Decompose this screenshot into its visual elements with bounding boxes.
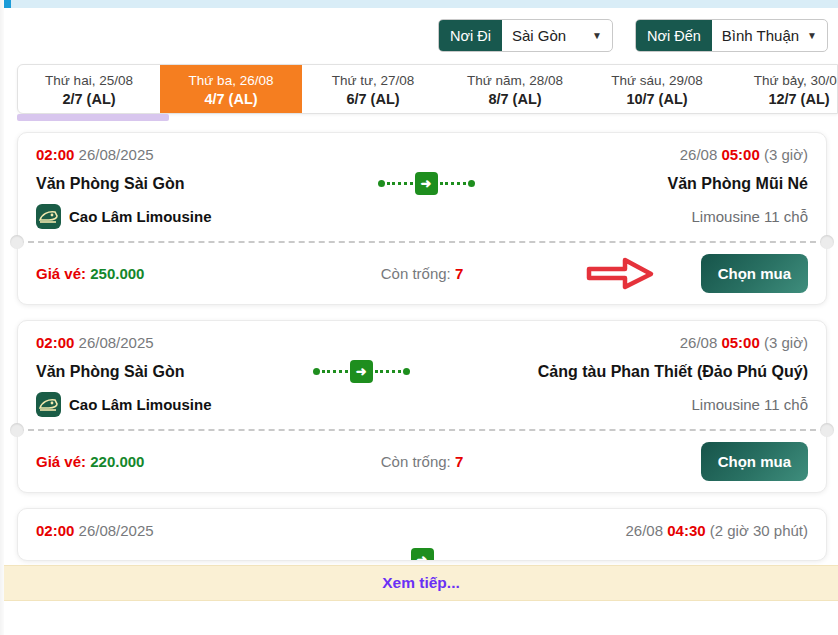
arrive-time-value: 04:30 [667,522,705,539]
origin-filter: Nơi Đi Sài Gòn ▼ [438,19,613,52]
route-arrow-icon: ➜ [378,172,475,195]
top-strip-accent [4,0,11,8]
arrive-time: 26/08 05:00 (3 giờ) [680,146,808,163]
route-dash [375,370,401,373]
tab-lunar-label: 12/7 (AL) [728,90,838,109]
route-dot-icon [403,368,410,375]
trip-locations-row: ➜ [36,548,808,561]
top-strip [4,0,838,8]
trip-actions: Chọn mua [551,254,808,293]
date-tab-28-08[interactable]: Thứ năm, 28/08 8/7 (AL) [444,65,586,113]
price-label: Giá vé: [36,265,86,282]
destination-filter-label: Nơi Đến [636,20,712,51]
buy-button[interactable]: Chọn mua [701,254,808,293]
vehicle-type: Limousine 11 chỗ [692,396,808,413]
ticket-notch-left [10,423,24,437]
route-arrow-icon: ➜ [313,360,410,383]
tab-weekday-label: Thứ năm, 28/08 [444,72,586,90]
seats-label: Còn trống: [381,453,451,470]
destination-filter: Nơi Đến Bình Thuận ▼ [635,19,828,52]
trip-card-footer: Giá vé: 250.000 Còn trống: 7 Chọn mua [18,241,826,304]
ticket-notch-right [820,235,834,249]
tab-lunar-label: 6/7 (AL) [302,90,444,109]
destination-station: Văn Phòng Mũi Né [668,175,808,193]
route-dash [440,182,466,185]
trip-card-1: 02:00 26/08/2025 26/08 05:00 (3 giờ) Văn… [17,132,827,305]
see-more-link[interactable]: Xem tiếp... [382,574,460,592]
depart-time: 02:00 26/08/2025 [36,146,154,163]
trip-card-main: 02:00 26/08/2025 26/08 04:30 (2 giờ 30 p… [18,509,826,561]
arrive-time-value: 05:00 [721,334,759,351]
tab-lunar-label: 2/7 (AL) [18,90,160,109]
seats-value: 7 [455,453,463,470]
destination-station: Cảng tàu Phan Thiết (Đảo Phú Quý) [538,363,808,381]
tab-weekday-label: Thứ tư, 27/08 [302,72,444,90]
ticket-notch-right [820,423,834,437]
ticket-notch-left [10,235,24,249]
trip-actions: Chọn mua [551,442,808,481]
date-tab-26-08-selected[interactable]: Thứ ba, 26/08 4/7 (AL) [160,65,302,113]
trip-duration: (2 giờ 30 phút) [710,522,808,539]
date-tab-30-08[interactable]: Thứ bảy, 30/08 12/7 (AL) [728,65,838,113]
trip-locations-row: Văn Phòng Sài Gòn ➜ Cảng tàu Phan Thiết … [36,360,808,383]
route-arrow-icon: ➜ [411,548,434,561]
price-value: 220.000 [90,453,144,470]
seats-info: Còn trống: 7 [293,265,550,282]
trip-times-row: 02:00 26/08/2025 26/08 05:00 (3 giờ) [36,334,808,351]
depart-time-value: 02:00 [36,334,74,351]
depart-date-value: 26/08/2025 [79,146,154,163]
arrive-time: 26/08 05:00 (3 giờ) [680,334,808,351]
date-tab-29-08[interactable]: Thứ sáu, 29/08 10/7 (AL) [586,65,728,113]
depart-time: 02:00 26/08/2025 [36,522,154,539]
origin-select[interactable]: Sài Gòn ▼ [502,20,612,51]
date-tabs: Thứ hai, 25/08 2/7 (AL) Thứ ba, 26/08 4/… [17,64,838,114]
depart-date-value: 26/08/2025 [79,522,154,539]
trip-duration: (3 giờ) [764,146,808,163]
arrive-time-value: 05:00 [721,146,759,163]
destination-select[interactable]: Bình Thuận ▼ [712,20,827,51]
price-value: 250.000 [90,265,144,282]
route-dot-icon [378,180,385,187]
operator-name: Cao Lâm Limousine [69,396,212,413]
chevron-down-icon: ▼ [592,30,602,41]
tab-weekday-label: Thứ ba, 26/08 [160,72,302,90]
trip-operator-row: Cao Lâm Limousine Limousine 11 chỗ [36,204,808,229]
see-more-bar[interactable]: Xem tiếp... [4,565,838,601]
depart-time: 02:00 26/08/2025 [36,334,154,351]
trip-card-2: 02:00 26/08/2025 26/08 05:00 (3 giờ) Văn… [17,320,827,493]
arrive-time: 26/08 04:30 (2 giờ 30 phút) [626,522,809,539]
seats-value: 7 [455,265,463,282]
route-arrow-box-icon: ➜ [411,548,434,561]
trip-times-row: 02:00 26/08/2025 26/08 04:30 (2 giờ 30 p… [36,522,808,539]
tabs-scrollbar-thumb[interactable] [17,114,169,121]
route-dot-icon [313,368,320,375]
trip-card-3: 02:00 26/08/2025 26/08 04:30 (2 giờ 30 p… [17,508,827,561]
destination-selected-value: Bình Thuận [722,27,799,44]
route-dash [387,182,413,185]
booking-page: Nơi Đi Sài Gòn ▼ Nơi Đến Bình Thuận ▼ Th… [0,0,838,635]
depart-date-value: 26/08/2025 [79,334,154,351]
vehicle-type: Limousine 11 chỗ [692,208,808,225]
trip-operator-row: Cao Lâm Limousine Limousine 11 chỗ [36,392,808,417]
price-info: Giá vé: 220.000 [36,453,293,470]
tab-lunar-label: 4/7 (AL) [160,90,302,109]
arrive-date-value: 26/08 [680,334,718,351]
price-info: Giá vé: 250.000 [36,265,293,282]
depart-time-value: 02:00 [36,522,74,539]
trip-times-row: 02:00 26/08/2025 26/08 05:00 (3 giờ) [36,146,808,163]
bus-operator-logo-icon [36,204,61,229]
date-tab-27-08[interactable]: Thứ tư, 27/08 6/7 (AL) [302,65,444,113]
origin-filter-label: Nơi Đi [439,20,502,51]
tab-weekday-label: Thứ sáu, 29/08 [586,72,728,90]
seats-label: Còn trống: [381,265,451,282]
arrive-date-value: 26/08 [680,146,718,163]
annotation-arrow-icon [585,256,655,292]
origin-selected-value: Sài Gòn [512,27,566,44]
page-left-edge [0,0,4,635]
buy-button[interactable]: Chọn mua [701,442,808,481]
route-dash [322,370,348,373]
trip-card-main: 02:00 26/08/2025 26/08 05:00 (3 giờ) Văn… [18,321,826,429]
arrive-date-value: 26/08 [626,522,664,539]
date-tab-25-08[interactable]: Thứ hai, 25/08 2/7 (AL) [18,65,160,113]
route-arrow-box-icon: ➜ [350,360,373,383]
